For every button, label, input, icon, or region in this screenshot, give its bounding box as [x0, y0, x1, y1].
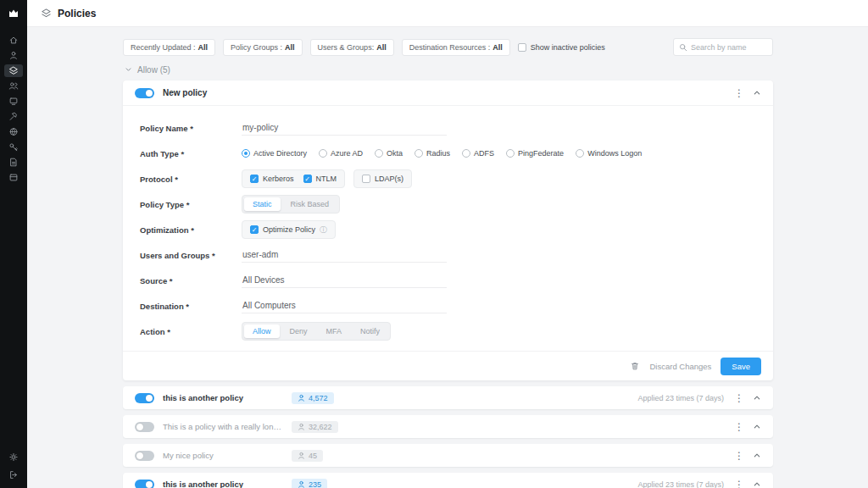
checkbox-icon[interactable]: [362, 175, 370, 183]
form-row-action: Action * Allow Deny MFA Notify: [123, 319, 773, 344]
filter-policy-groups[interactable]: Policy Groups : All: [223, 39, 303, 56]
policy-toggle[interactable]: [135, 393, 154, 403]
radio-active-directory[interactable]: Active Directory: [242, 149, 307, 158]
filter-label: Destination Resources :: [409, 43, 491, 52]
user-count-badge: 4,572: [292, 392, 334, 404]
radio-label: Windows Logon: [587, 149, 642, 158]
checkbox-icon[interactable]: [303, 175, 312, 183]
destination-input[interactable]: [242, 298, 447, 313]
radio-azure-ad[interactable]: Azure AD: [319, 149, 363, 158]
section-allow-header[interactable]: Allow (5): [125, 65, 773, 75]
sidebar-item-tools[interactable]: [4, 110, 23, 123]
sidebar-item-reports[interactable]: [4, 171, 23, 184]
user-icon: [298, 452, 305, 459]
checkbox-icon[interactable]: [250, 225, 259, 234]
kebab-menu-icon[interactable]: ⋮: [732, 480, 746, 488]
sidebar-item-network[interactable]: [4, 125, 23, 138]
kebab-menu-icon[interactable]: ⋮: [732, 88, 746, 98]
filter-destination-resources[interactable]: Destination Resources : All: [402, 39, 510, 56]
policy-toggle[interactable]: [135, 480, 154, 488]
expand-chevron-up-icon[interactable]: [753, 452, 761, 460]
radio-adfs[interactable]: ADFS: [462, 149, 494, 158]
optimize-policy-checkbox[interactable]: Optimize Policy ⓘ: [250, 225, 327, 234]
policy-toggle[interactable]: [135, 422, 154, 432]
kebab-menu-icon[interactable]: ⋮: [732, 393, 746, 403]
action-allow-button[interactable]: Allow: [244, 324, 280, 338]
home-icon: [8, 35, 19, 46]
sidebar-item-logout[interactable]: [4, 469, 23, 481]
radio-pingfederate[interactable]: PingFederate: [506, 149, 564, 158]
sidebar-item-policies[interactable]: [4, 64, 23, 77]
protocol-chip-ldap: LDAP(s): [353, 169, 412, 188]
radio-icon[interactable]: [576, 149, 584, 158]
sidebar-item-logs[interactable]: [4, 156, 23, 169]
checkbox-icon[interactable]: [250, 175, 259, 183]
info-icon[interactable]: ⓘ: [320, 226, 327, 234]
checkbox-icon[interactable]: [518, 43, 526, 52]
expand-chevron-up-icon[interactable]: [753, 480, 761, 488]
kerberos-checkbox[interactable]: Kerberos: [250, 175, 294, 183]
auth-type-radio-group: Active Directory Azure AD Okta Radius AD…: [242, 149, 642, 158]
expand-chevron-up-icon[interactable]: [753, 394, 761, 402]
user-count: 4,572: [309, 394, 328, 402]
filter-users-groups[interactable]: Users & Groups: All: [310, 39, 394, 56]
policy-toggle[interactable]: [135, 451, 154, 461]
filter-label: Users & Groups:: [318, 43, 375, 52]
search-box[interactable]: [673, 38, 773, 56]
field-label: Optimization *: [140, 225, 242, 235]
kebab-menu-icon[interactable]: ⋮: [732, 451, 746, 461]
radio-label: PingFederate: [518, 149, 564, 158]
expand-chevron-up-icon[interactable]: [753, 423, 761, 431]
filter-recently-updated[interactable]: Recently Updated : All: [123, 39, 215, 56]
field-label: Protocol *: [140, 175, 242, 184]
radio-icon[interactable]: [462, 149, 470, 158]
policy-type-static-button[interactable]: Static: [244, 197, 281, 211]
radio-icon[interactable]: [319, 149, 327, 158]
page-title: Policies: [58, 8, 96, 19]
sidebar-item-devices[interactable]: [4, 95, 23, 108]
ntlm-checkbox[interactable]: NTLM: [303, 175, 337, 183]
radio-okta[interactable]: Okta: [375, 149, 403, 158]
radio-windows-logon[interactable]: Windows Logon: [576, 149, 642, 158]
sidebar-item-settings[interactable]: [4, 451, 23, 463]
users-and-groups-input[interactable]: [242, 247, 447, 263]
source-input[interactable]: [242, 273, 447, 288]
chevron-down-icon: [125, 66, 132, 74]
radio-label: Azure AD: [331, 149, 363, 158]
action-notify-button[interactable]: Notify: [352, 324, 388, 338]
action-mfa-button[interactable]: MFA: [318, 324, 351, 338]
sidebar-item-keys[interactable]: [4, 141, 23, 153]
ldap-checkbox[interactable]: LDAP(s): [362, 175, 403, 183]
policy-enabled-toggle[interactable]: [135, 88, 154, 98]
policy-row[interactable]: My nice policy 45 ⋮: [123, 444, 773, 467]
policy-row[interactable]: this is another policy 235 Applied 23 ti…: [123, 473, 773, 488]
show-inactive-policies-checkbox[interactable]: Show inactive policies: [518, 43, 605, 52]
radio-icon[interactable]: [242, 149, 250, 158]
trash-icon[interactable]: [630, 361, 640, 371]
radio-icon[interactable]: [375, 149, 383, 158]
sidebar-item-home[interactable]: [4, 34, 23, 47]
collapse-chevron-up-icon[interactable]: [753, 89, 761, 97]
search-input[interactable]: [691, 43, 767, 52]
sidebar-item-identity-providers[interactable]: [4, 49, 23, 62]
form-row-destination: Destination *: [123, 293, 773, 319]
kebab-menu-icon[interactable]: ⋮: [732, 422, 746, 432]
policy-type-risk-based-button[interactable]: Risk Based: [282, 197, 338, 211]
radio-label: ADFS: [474, 149, 494, 158]
policy-row[interactable]: this is another policy 4,572 Applied 23 …: [123, 386, 773, 409]
radio-icon[interactable]: [506, 149, 515, 158]
app-window: Policies Recently Updated : All Policy G…: [0, 0, 868, 488]
action-deny-button[interactable]: Deny: [281, 324, 316, 338]
policy-name-input[interactable]: [242, 120, 447, 136]
radio-icon[interactable]: [415, 149, 423, 158]
user-icon: [298, 480, 305, 488]
sidebar-item-users[interactable]: [4, 80, 23, 92]
policy-row[interactable]: This is a policy with a really long name…: [123, 415, 773, 438]
radio-radius[interactable]: Radius: [415, 149, 450, 158]
checkbox-label: LDAP(s): [375, 175, 403, 183]
discard-changes-button[interactable]: Discard Changes: [649, 362, 711, 371]
policies-icon: [8, 65, 19, 76]
field-label: Action *: [140, 327, 242, 336]
save-button[interactable]: Save: [721, 358, 761, 375]
filter-label: Recently Updated :: [131, 43, 196, 52]
